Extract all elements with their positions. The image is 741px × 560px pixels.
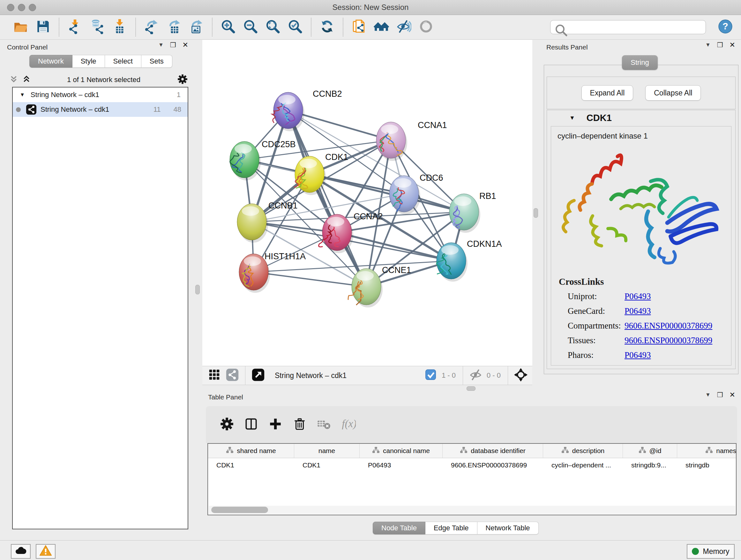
- network-node[interactable]: [348, 268, 383, 307]
- expand-all-networks-icon[interactable]: [22, 75, 30, 84]
- table-add-column-button[interactable]: [266, 415, 285, 434]
- zoom-selected-button[interactable]: [286, 18, 305, 37]
- table-row[interactable]: CDK1CDK1P064939606.ENSP00000378699cyclin…: [208, 458, 736, 472]
- table-cell[interactable]: CDK1: [294, 458, 360, 472]
- open-session-button[interactable]: [11, 18, 30, 37]
- table-columns-button[interactable]: [242, 415, 260, 434]
- column-header-namespace[interactable]: namespace: [677, 444, 737, 458]
- export-network-button[interactable]: [142, 18, 161, 37]
- open-window-button[interactable]: [251, 368, 266, 383]
- warning-button[interactable]: [36, 544, 56, 559]
- checkbox-button[interactable]: [423, 368, 439, 383]
- collapse-all-networks-icon[interactable]: [10, 75, 18, 84]
- tab-string[interactable]: String: [622, 55, 658, 70]
- tab-network-table[interactable]: Network Table: [477, 522, 539, 535]
- gene-panel-header[interactable]: ▼ CDK1: [547, 110, 735, 125]
- help-button[interactable]: ?: [718, 19, 733, 35]
- table-panel-close-icon[interactable]: ✕: [730, 391, 735, 399]
- refresh-button[interactable]: [318, 18, 336, 37]
- table-panel-header: Table Panel ▼ ❒ ✕: [208, 391, 738, 403]
- main-toolbar: ?: [0, 15, 741, 40]
- memory-button[interactable]: Memory: [687, 544, 735, 559]
- expand-all-button[interactable]: Expand All: [582, 85, 633, 101]
- table-cell[interactable]: stringdb:9...: [623, 458, 677, 472]
- control-panel-float-icon[interactable]: ❒: [170, 41, 176, 49]
- cloud-button[interactable]: [11, 544, 30, 559]
- network-node[interactable]: [237, 204, 268, 243]
- tab-network[interactable]: Network: [29, 55, 72, 68]
- import-table-button[interactable]: [111, 18, 129, 37]
- network-node[interactable]: [436, 243, 468, 282]
- scrollbar-thumb[interactable]: [211, 507, 268, 513]
- tree-expander-icon[interactable]: ▼: [20, 92, 25, 98]
- column-header--id[interactable]: @id: [623, 444, 677, 458]
- hide-panels-button[interactable]: [394, 18, 413, 37]
- import-network-button[interactable]: [66, 18, 84, 37]
- table-panel-collapse-icon[interactable]: ▼: [705, 392, 711, 398]
- table-cell[interactable]: cyclin–dependent ...: [543, 458, 623, 472]
- column-header-description[interactable]: description: [543, 444, 623, 458]
- export-table-button[interactable]: [165, 18, 183, 37]
- table-cell[interactable]: CDK1: [208, 458, 294, 472]
- table-cell[interactable]: 9606.ENSP00000378699: [443, 458, 543, 472]
- network-node[interactable]: [272, 92, 305, 131]
- column-header-database-identifier[interactable]: database identifier: [443, 444, 543, 458]
- control-panel-collapse-icon[interactable]: ▼: [158, 42, 164, 48]
- network-canvas[interactable]: CCNB2CCNA1CDC25BCDK1CDC6RB1CCNB1CCNA2CDK…: [202, 40, 532, 366]
- network-node[interactable]: [449, 194, 480, 233]
- columns-icon: [244, 416, 259, 433]
- crosslink-link[interactable]: P06493: [624, 350, 651, 360]
- column-header-canonical-name[interactable]: canonical name: [360, 444, 443, 458]
- table-horizontal-scrollbar[interactable]: [209, 506, 735, 514]
- network-node[interactable]: [389, 176, 420, 214]
- presentation-button[interactable]: [417, 18, 435, 37]
- zoom-out-button[interactable]: [241, 18, 260, 37]
- column-header-name[interactable]: name: [294, 444, 360, 458]
- zoom-in-button[interactable]: [219, 18, 238, 37]
- statusbar-separator: [463, 366, 463, 385]
- tab-edge-table[interactable]: Edge Table: [425, 522, 477, 535]
- tab-select[interactable]: Select: [105, 55, 141, 68]
- network-node[interactable]: [376, 122, 407, 161]
- collapse-all-button[interactable]: Collapse All: [645, 85, 701, 101]
- left-splitter-handle[interactable]: [195, 285, 200, 294]
- table-panel-float-icon[interactable]: ❒: [717, 391, 723, 399]
- crosshair-button[interactable]: [513, 368, 529, 383]
- crosslink-link[interactable]: P06493: [624, 292, 651, 301]
- import-network-database-button[interactable]: [88, 18, 107, 37]
- zoom-fit-button[interactable]: [264, 18, 282, 37]
- crosslink-link[interactable]: 9606.ENSP00000378699: [624, 335, 712, 346]
- table-cell[interactable]: P06493: [360, 458, 443, 472]
- column-header-shared-name[interactable]: shared name: [208, 444, 294, 458]
- tab-node-table[interactable]: Node Table: [373, 522, 425, 535]
- share-gray-button[interactable]: [225, 368, 240, 383]
- network-from-file-button[interactable]: [350, 18, 368, 37]
- title-bar: Session: New Session: [0, 0, 741, 15]
- network-row-selected[interactable]: String Network – cdk1 11 48: [13, 102, 188, 117]
- results-panel-float-icon[interactable]: ❒: [717, 41, 723, 49]
- table-cell[interactable]: stringdb: [677, 458, 737, 472]
- tab-sets[interactable]: Sets: [141, 55, 172, 68]
- control-panel-close-icon[interactable]: ✕: [183, 41, 188, 49]
- network-node[interactable]: [319, 214, 353, 253]
- right-splitter-handle[interactable]: [534, 208, 538, 218]
- search-input[interactable]: [550, 20, 706, 34]
- table-delete-column-button[interactable]: [290, 415, 309, 434]
- network-options-gear-icon[interactable]: [177, 73, 188, 86]
- crosslink-link[interactable]: 9606.ENSP00000378699: [624, 321, 712, 331]
- bottom-splitter-handle[interactable]: [467, 386, 475, 391]
- results-panel-collapse-icon[interactable]: ▼: [705, 42, 711, 48]
- crosslink-label: Uniprot:: [568, 292, 624, 301]
- svg-text:CCNE1: CCNE1: [382, 265, 411, 275]
- network-collection-row[interactable]: ▼ String Network – cdk1 1: [13, 87, 188, 102]
- grid-button[interactable]: [207, 368, 222, 383]
- table-gear-button[interactable]: [218, 415, 236, 434]
- tab-style[interactable]: Style: [72, 55, 105, 68]
- export-image-button[interactable]: [187, 18, 205, 37]
- network-node[interactable]: [294, 156, 326, 195]
- results-panel-close-icon[interactable]: ✕: [730, 41, 735, 49]
- crosslink-link[interactable]: P06493: [624, 306, 651, 316]
- save-session-button[interactable]: [34, 18, 52, 37]
- home-button[interactable]: [372, 18, 391, 37]
- gene-expander-icon[interactable]: ▼: [569, 115, 575, 121]
